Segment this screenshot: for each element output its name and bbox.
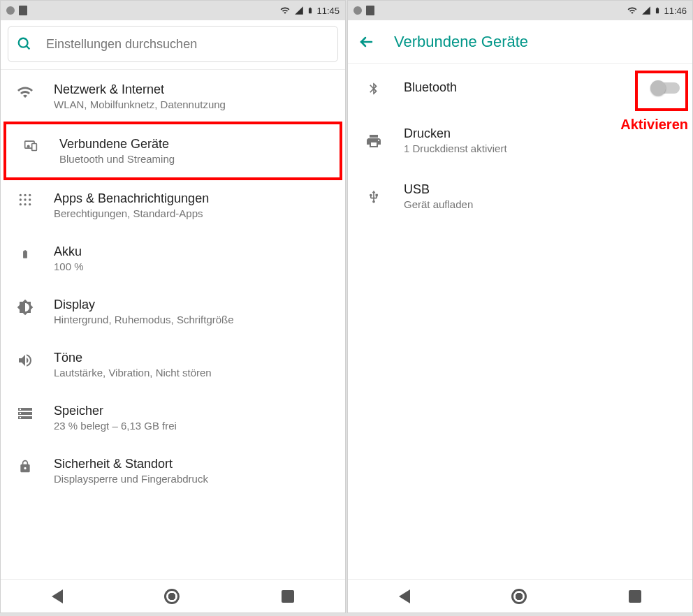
row-usb[interactable]: USB Gerät aufladen [348,168,692,224]
back-icon[interactable] [358,34,374,50]
row-subtitle: Gerät aufladen [404,198,680,210]
settings-row-connected-devices[interactable]: Verbundene Geräte Bluetooth und Streamin… [3,122,342,180]
row-title: Töne [54,351,333,365]
wifi-icon [626,6,639,15]
settings-row-network[interactable]: Netzwerk & Internet WLAN, Mobilfunknetz,… [1,70,345,123]
row-subtitle: Hintergrund, Ruhemodus, Schriftgröße [54,314,333,325]
cell-icon [294,6,304,15]
row-subtitle: 23 % belegt – 6,13 GB frei [54,420,333,432]
wifi-icon [15,82,36,101]
svg-line-1 [27,46,30,50]
row-title: Verbundene Geräte [59,137,327,152]
devices-icon [20,137,41,152]
battery-status-icon [654,5,661,16]
svg-point-12 [24,203,26,205]
svg-point-6 [24,194,26,196]
print-icon [363,131,384,149]
phone-left: 11:45 Netzwerk & Internet WLAN, Mobilfun… [0,0,346,613]
sdcard-icon [19,6,27,15]
connected-devices-list: Bluetooth Drucken 1 Druckdienst aktivier… [348,64,692,579]
annotation-label: Aktivieren [620,117,688,133]
row-subtitle: 100 % [54,261,333,272]
svg-rect-3 [32,144,37,151]
sound-icon [15,351,36,369]
row-title: Speicher [54,404,333,418]
row-subtitle: WLAN, Mobilfunknetz, Datennutzung [54,98,333,110]
svg-point-7 [29,194,31,196]
svg-point-13 [29,203,31,205]
row-title: Akku [54,244,333,259]
loading-icon [6,6,15,15]
settings-row-battery[interactable]: Akku 100 % [1,232,345,285]
settings-row-apps[interactable]: Apps & Benachrichtigungen Berechtigungen… [1,179,345,232]
row-title: USB [404,182,680,197]
row-subtitle: Bluetooth und Streaming [59,153,327,165]
svg-point-11 [20,203,22,205]
nav-home-icon[interactable] [511,589,527,604]
row-subtitle: 1 Druckdienst aktiviert [404,142,680,154]
status-bar: 11:45 [1,1,345,20]
security-icon [15,457,36,475]
row-title: Netzwerk & Internet [54,82,333,97]
loading-icon [353,6,362,15]
settings-row-sound[interactable]: Töne Lautstärke, Vibration, Nicht stören [1,338,345,391]
row-subtitle: Displaysperre und Fingerabdruck [54,473,333,485]
svg-point-5 [20,194,22,196]
nav-bar [1,579,345,613]
battery-status-icon [307,5,314,16]
nav-recent-icon[interactable] [629,590,641,603]
nav-recent-icon[interactable] [282,590,294,603]
nav-back-icon[interactable] [399,589,410,603]
search-box[interactable] [8,26,338,62]
search-container [1,20,345,70]
svg-point-0 [19,38,28,47]
settings-list: Netzwerk & Internet WLAN, Mobilfunknetz,… [1,70,345,579]
row-subtitle: Lautstärke, Vibration, Nicht stören [54,367,333,379]
page-title: Verbundene Geräte [394,33,528,51]
svg-point-9 [24,198,26,200]
display-icon [15,298,36,316]
row-title: Apps & Benachrichtigungen [54,191,333,206]
svg-point-4 [27,145,29,147]
status-time: 11:45 [316,6,340,16]
search-input[interactable] [46,37,329,52]
phone-right: 11:46 Verbundene Geräte Bluetooth Drucke… [347,0,693,613]
cell-icon [641,6,651,15]
wifi-icon [279,6,291,15]
annotation-highlight-box [635,71,688,111]
battery-icon [15,244,36,263]
row-title: Bluetooth [404,80,632,95]
nav-home-icon[interactable] [164,589,180,604]
bluetooth-icon [363,78,384,98]
settings-row-storage[interactable]: Speicher 23 % belegt – 6,13 GB frei [1,391,345,444]
row-title: Sicherheit & Standort [54,457,333,471]
svg-point-10 [29,198,31,200]
storage-icon [15,404,36,422]
row-subtitle: Berechtigungen, Standard-Apps [54,207,333,219]
nav-back-icon[interactable] [52,589,63,603]
search-icon [17,36,32,52]
status-time: 11:46 [664,6,687,16]
usb-icon [363,186,384,207]
row-title: Display [54,298,333,312]
app-bar: Verbundene Geräte [348,20,692,64]
status-bar: 11:46 [348,1,692,20]
svg-point-8 [20,198,22,200]
apps-icon [15,191,36,207]
settings-row-display[interactable]: Display Hintergrund, Ruhemodus, Schriftg… [1,285,345,338]
sdcard-icon [366,6,374,15]
nav-bar [348,579,692,613]
settings-row-security[interactable]: Sicherheit & Standort Displaysperre und … [1,444,345,497]
